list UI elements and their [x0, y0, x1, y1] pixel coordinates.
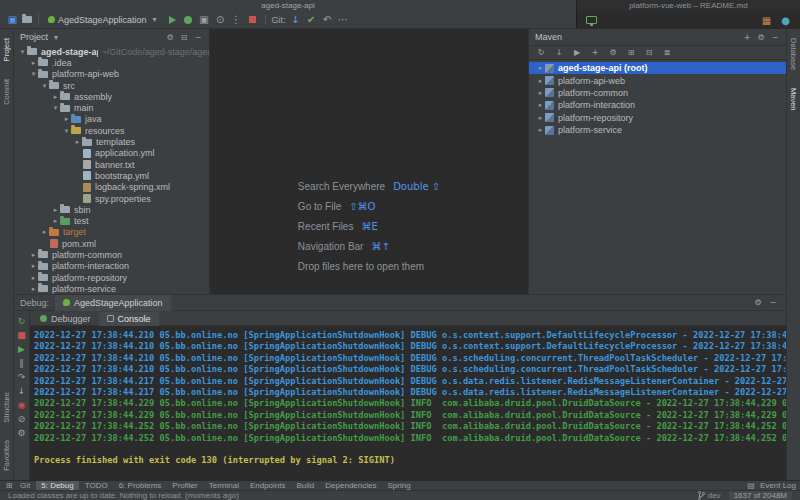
maven-module-platform-api-web[interactable]: ▸platform-api-web	[529, 74, 786, 86]
tool-stripe-button-maven[interactable]: Maven	[789, 84, 798, 115]
stop-icon[interactable]: ■	[16, 329, 28, 341]
rollback-icon[interactable]: ↶	[321, 13, 334, 26]
tree-item-platform-interaction[interactable]: ▸platform-interaction	[14, 261, 209, 272]
settings-icon[interactable]: ⚙	[165, 32, 175, 42]
tree-item-aged-stage-api[interactable]: ▾aged-stage-api~/GitCode/aged-stage/aged…	[14, 46, 209, 57]
download-icon[interactable]: ↓	[554, 48, 564, 58]
chevron-right-icon[interactable]: ▸	[29, 251, 38, 259]
tool-window-button-dependencies[interactable]: Dependencies	[320, 481, 381, 491]
chevron-right-icon[interactable]: ▸	[536, 64, 545, 72]
event-log-button[interactable]: Event Log	[760, 481, 796, 490]
tree-item-resources[interactable]: ▾resources	[14, 125, 209, 136]
hide-panel-icon[interactable]: −	[770, 32, 780, 42]
profiler-icon[interactable]: ⊙	[214, 13, 227, 26]
tree-item-java[interactable]: ▸java	[14, 114, 209, 125]
tree-item-bootstrap.yml[interactable]: bootstrap.yml	[14, 170, 209, 181]
settings-icon[interactable]: ⚙	[753, 298, 763, 308]
tree-item-platform-service[interactable]: ▸platform-service	[14, 283, 209, 294]
hide-panel-icon[interactable]: −	[193, 32, 203, 42]
chevron-right-icon[interactable]: ▸	[51, 206, 60, 214]
save-all-icon[interactable]: ▣	[6, 13, 19, 26]
tool-window-button-profiler[interactable]: Profiler	[167, 481, 202, 491]
more-actions-icon[interactable]: ⋮	[230, 13, 243, 26]
chevron-right-icon[interactable]: ▸	[73, 138, 82, 146]
hide-panel-icon[interactable]: −	[768, 298, 778, 308]
settings-icon[interactable]: ⚙	[16, 427, 28, 439]
settings-icon[interactable]: ⚙	[608, 48, 618, 58]
open-folder-icon[interactable]	[22, 16, 32, 23]
maven-module-aged-stage-api--root-[interactable]: ▸aged-stage-api (root)	[529, 62, 786, 74]
add-icon[interactable]: +	[742, 32, 752, 42]
chevron-right-icon[interactable]: ▸	[40, 228, 49, 236]
tool-window-button-build[interactable]: Build	[292, 481, 320, 491]
tool-window-button-git[interactable]: Git	[15, 481, 35, 491]
chevron-right-icon[interactable]: ▸	[51, 93, 60, 101]
tool-stripe-button-database[interactable]: Database	[789, 34, 798, 74]
chevron-right-icon[interactable]: ▸	[29, 285, 38, 293]
tree-item-assembly[interactable]: ▸assembly	[14, 91, 209, 102]
chevron-right-icon[interactable]: ▸	[536, 114, 545, 122]
tool-window-switcher-icon[interactable]: ⊞	[4, 481, 14, 491]
pause-icon[interactable]: ∥	[16, 357, 28, 369]
resume-icon[interactable]: ▶	[16, 343, 28, 355]
editor-area[interactable]: Search EverywhereDouble ⇧Go to File⇧⌘ORe…	[210, 29, 528, 294]
screen-share-icon[interactable]	[585, 14, 598, 27]
tree-item-platform-common[interactable]: ▸platform-common	[14, 249, 209, 260]
tool-window-button-terminal[interactable]: Terminal	[204, 481, 244, 491]
maven-module-platform-repository[interactable]: ▸platform-repository	[529, 112, 786, 124]
coverage-icon[interactable]: ▣	[198, 13, 211, 26]
filter-icon[interactable]: ≣	[662, 48, 672, 58]
chevron-right-icon[interactable]: ▸	[536, 126, 545, 134]
tab-console[interactable]: Console	[99, 312, 159, 326]
tool-stripe-button-commit[interactable]: Commit	[2, 75, 11, 109]
plugin-icon[interactable]: ▦	[760, 14, 773, 27]
rerun-icon[interactable]: ↻	[16, 315, 28, 327]
chevron-right-icon[interactable]: ▸	[29, 274, 38, 282]
tree-item-application.yml[interactable]: application.yml	[14, 148, 209, 159]
stop-button[interactable]	[246, 13, 259, 26]
maven-module-platform-service[interactable]: ▸platform-service	[529, 124, 786, 136]
tool-stripe-button-favorites[interactable]: Favorites	[2, 436, 11, 475]
collapse-all-icon[interactable]: ⊟	[179, 32, 189, 42]
run-button[interactable]	[166, 13, 179, 26]
memory-indicator[interactable]: 1637 of 2048M	[729, 491, 792, 500]
collapse-all-icon[interactable]: ⊟	[644, 48, 654, 58]
tool-window-button-5--debug[interactable]: 5: Debug	[36, 481, 78, 491]
step-into-icon[interactable]: ↓	[16, 385, 28, 397]
view-breakpoints-icon[interactable]: ◉	[16, 399, 28, 411]
tree-item-test[interactable]: ▸test	[14, 215, 209, 226]
tree-item-banner.txt[interactable]: banner.txt	[14, 159, 209, 170]
git-branch-widget[interactable]: dev	[698, 491, 721, 500]
chevron-down-icon[interactable]: ▾	[18, 48, 27, 56]
chevron-right-icon[interactable]: ▸	[536, 89, 545, 97]
add-icon[interactable]: +	[590, 48, 600, 58]
tree-item-logback-spring.xml[interactable]: logback-spring.xml	[14, 182, 209, 193]
tool-window-button-6--problems[interactable]: 6: Problems	[114, 481, 167, 491]
tree-item-templates[interactable]: ▸templates	[14, 136, 209, 147]
tool-window-button-todo[interactable]: TODO	[80, 481, 113, 491]
refresh-icon[interactable]: ↻	[536, 48, 546, 58]
tool-stripe-button-project[interactable]: Project	[2, 34, 11, 65]
tree-item-main[interactable]: ▾main	[14, 102, 209, 113]
tree-item-platform-api-web[interactable]: ▾platform-api-web	[14, 69, 209, 80]
tool-window-button-spring[interactable]: Spring	[382, 481, 415, 491]
tree-item-spy.properties[interactable]: spy.properties	[14, 193, 209, 204]
history-icon[interactable]: ⋯	[337, 13, 350, 26]
tool-window-button-endpoints[interactable]: Endpoints	[245, 481, 291, 491]
run-icon[interactable]: ▶	[572, 48, 582, 58]
debug-button[interactable]	[182, 13, 195, 26]
commit-icon[interactable]: ✔	[305, 13, 318, 26]
chevron-down-icon[interactable]: ▾	[51, 32, 61, 42]
tree-item-src[interactable]: ▾src	[14, 80, 209, 91]
console-output[interactable]: 2022-12-27 17:38:44.210 05.bb.online.no …	[30, 326, 786, 480]
chevron-down-icon[interactable]: ▾	[62, 127, 71, 135]
maven-module-platform-interaction[interactable]: ▸platform-interaction	[529, 99, 786, 111]
tool-stripe-button-structure[interactable]: Structure	[2, 388, 11, 426]
chevron-right-icon[interactable]: ▸	[536, 77, 545, 85]
run-configuration-selector[interactable]: AgedStageApplication ▾	[45, 15, 163, 25]
tree-item-.idea[interactable]: ▸.idea	[14, 57, 209, 68]
expand-all-icon[interactable]: ⊞	[626, 48, 636, 58]
chevron-right-icon[interactable]: ▸	[62, 115, 71, 123]
chevron-down-icon[interactable]: ▾	[40, 82, 49, 90]
settings-icon[interactable]: ⚙	[756, 32, 766, 42]
